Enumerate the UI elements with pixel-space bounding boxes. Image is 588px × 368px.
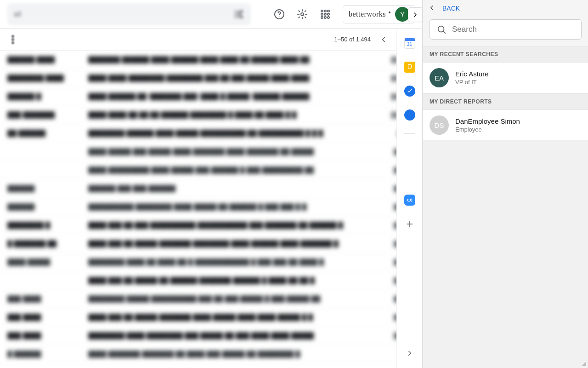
side-rail: 31 bbox=[396, 29, 422, 368]
mail-row[interactable]: ████ █████████████ ████ ██ ████ ██ █ ███… bbox=[0, 253, 422, 271]
mail-row[interactable]: ████ █████████ ████ █████ ███ ██████ █ █… bbox=[0, 161, 422, 179]
tasks-app-icon[interactable] bbox=[404, 86, 415, 97]
person-avatar: EA bbox=[430, 68, 449, 87]
tune-icon[interactable] bbox=[233, 9, 244, 20]
mail-subject: ████ ███ ██ █████ ███████ ████ █████ ███… bbox=[88, 314, 375, 321]
resize-grip-icon[interactable] bbox=[582, 362, 586, 366]
mail-subject: ██████ ███ ███ ██████ bbox=[88, 185, 375, 192]
gear-icon[interactable] bbox=[297, 9, 308, 20]
top-icon-group: betterworks Y bbox=[274, 5, 415, 23]
mail-subject: ██████████ ████████ ████ █████ ██ ██████… bbox=[88, 203, 375, 211]
mail-sender: ███ ████ bbox=[7, 295, 76, 303]
mail-subject: ████ █████ ███ █████ ████ ███████ ████ █… bbox=[88, 148, 375, 155]
chevron-right-icon[interactable] bbox=[408, 7, 423, 22]
mail-row[interactable]: ███ ████████████ ████ ████████ ███ █████… bbox=[0, 327, 422, 345]
mail-row[interactable]: ███ ███████████ ████ ██ ██ ██ ██████ ███… bbox=[0, 106, 422, 124]
panel-back-button[interactable]: BACK bbox=[423, 0, 588, 17]
svg-point-19 bbox=[408, 149, 411, 151]
contacts-app-icon[interactable] bbox=[404, 109, 415, 121]
rail-separator bbox=[404, 133, 415, 134]
person-role: Employee bbox=[455, 126, 520, 133]
mail-subject: ████████ ████ ████████ ███ █████ ██ ███ … bbox=[88, 332, 375, 339]
mail-subject: ████ ███ ██ ███ ██████████ ███████████ █… bbox=[88, 222, 375, 229]
mail-row[interactable]: ██████ ███████████ ██████ ████ ██████ ██… bbox=[0, 51, 422, 69]
svg-point-15 bbox=[12, 35, 14, 37]
svg-rect-22 bbox=[407, 199, 410, 201]
zoom-app-icon[interactable] bbox=[404, 195, 415, 206]
direct-reports-list: DSDanEmployee SimonEmployee bbox=[423, 110, 588, 141]
betterworks-panel: BACK Search MY RECENT SEARCHES EAEric As… bbox=[423, 0, 588, 368]
mail-row[interactable]: ███ ████████ ███ ██ █████ ███████ ████ █… bbox=[0, 308, 422, 327]
calendar-app-icon[interactable]: 31 bbox=[404, 38, 415, 49]
svg-point-12 bbox=[321, 17, 323, 18]
svg-point-7 bbox=[324, 10, 326, 12]
person-name: DanEmployee Simon bbox=[455, 117, 520, 125]
help-icon[interactable] bbox=[274, 9, 285, 20]
person-row[interactable]: DSDanEmployee SimonEmployee bbox=[423, 110, 588, 141]
svg-point-9 bbox=[321, 13, 323, 15]
svg-point-18 bbox=[409, 114, 411, 115]
mail-row[interactable]: ██ ██████████████ ██████ ████ █████ ████… bbox=[0, 124, 422, 143]
mail-row[interactable]: ████████ █████ ███ ██ ███ ██████████ ███… bbox=[0, 216, 422, 235]
mail-row[interactable]: █ ██████████ ███████ ███████ ██ ████ ███… bbox=[0, 345, 422, 363]
svg-point-5 bbox=[301, 13, 304, 16]
mail-subject: ████████ ████ ██ ████ ██ █ ████████████ … bbox=[88, 259, 375, 266]
mail-list[interactable]: ██████ ███████████ ██████ ████ ██████ ██… bbox=[0, 51, 422, 368]
more-vertical-icon[interactable] bbox=[7, 34, 18, 45]
person-row[interactable]: EAEric AstureVP of IT bbox=[423, 63, 588, 93]
mail-subject: ███████ ██████ ████ ██████ ████ ████ ██ … bbox=[88, 56, 375, 63]
mail-row[interactable]: ████████ ████████ ████ ████████ ████████… bbox=[0, 69, 422, 87]
mail-subject: ████ ██████ ██ '███████ ███' ████ █ ████… bbox=[88, 93, 375, 100]
mail-subject: ████ ███ ██ █████ ██ ██████ ███████ ████… bbox=[88, 277, 375, 284]
mail-subject: ████ █████████ ████ █████ ███ ██████ █ █… bbox=[88, 167, 375, 174]
svg-point-21 bbox=[410, 152, 413, 155]
search-box[interactable]: ail bbox=[7, 3, 251, 25]
recent-searches-label: MY RECENT SEARCHES bbox=[423, 46, 588, 63]
svg-point-13 bbox=[324, 17, 326, 18]
mail-sender: █ ███████ ██ bbox=[7, 240, 76, 247]
svg-point-8 bbox=[328, 10, 329, 12]
asana-app-icon[interactable] bbox=[404, 147, 415, 158]
mail-sender: █ ██████ bbox=[7, 351, 76, 358]
mail-row[interactable]: ███ ████████████ █████ ██████████ ███ ██… bbox=[0, 290, 422, 308]
mail-subject: ████████ ██████ ████ █████ ██████████ ██… bbox=[88, 130, 375, 137]
gmail-topbar: ail betterworks Y bbox=[0, 0, 422, 29]
betterworks-logo-text: betterworks bbox=[349, 10, 386, 18]
back-label: BACK bbox=[442, 5, 460, 12]
mail-row[interactable]: ████████████████ ████████ ████ █████ ██ … bbox=[0, 198, 422, 216]
search-icon bbox=[436, 24, 447, 34]
person-role: VP of IT bbox=[455, 79, 489, 86]
prev-page-icon[interactable] bbox=[379, 35, 388, 44]
svg-point-16 bbox=[12, 39, 14, 40]
mail-sender: ███ ████ bbox=[7, 332, 76, 339]
mail-subject: ████ ████ ██ ██ ██ ██████ ████████ █ ███… bbox=[88, 111, 375, 119]
mail-sender: ████ █████ bbox=[7, 259, 76, 266]
svg-point-4 bbox=[279, 16, 279, 17]
svg-point-6 bbox=[321, 10, 323, 12]
person-avatar: DS bbox=[430, 115, 449, 135]
keep-app-icon[interactable] bbox=[404, 62, 415, 73]
mail-row[interactable]: ██████ █████ ██████ ██ '███████ ███' ███… bbox=[0, 87, 422, 106]
pagination-count: 1–50 of 1,494 bbox=[334, 36, 371, 43]
panel-empty-area bbox=[423, 141, 588, 368]
mail-row[interactable]: ████ █████ ███ █████ ████ ███████ ████ █… bbox=[0, 143, 422, 161]
mail-sender: ██████ bbox=[7, 203, 76, 211]
atlassian-app-icon[interactable] bbox=[404, 171, 415, 182]
mail-sender: ███ ███████ bbox=[7, 111, 76, 119]
mail-subject: ████ ███ ██ █████ ███████ ████████ ████ … bbox=[88, 240, 375, 247]
rail-expand-icon[interactable] bbox=[404, 348, 415, 359]
betterworks-chip[interactable]: betterworks Y bbox=[343, 5, 415, 23]
apps-grid-icon[interactable] bbox=[320, 9, 331, 20]
gmail-app: ail betterworks Y bbox=[0, 0, 423, 368]
mail-subject: ████ ████ ████████ ████████ ███ ██ ███ █… bbox=[88, 75, 375, 82]
mail-row[interactable]: █ ███████ ██████ ███ ██ █████ ███████ ██… bbox=[0, 235, 422, 253]
chevron-left-icon bbox=[428, 4, 437, 13]
mail-row[interactable]: ████████████ ███ ███ █████████ ██ bbox=[0, 179, 422, 198]
mail-row[interactable]: ████ ███ ██ █████ ██ ██████ ███████ ████… bbox=[0, 271, 422, 290]
mail-subject: ████ ███████ ███████ ██ ████ ███ █████ █… bbox=[88, 351, 375, 358]
svg-point-2 bbox=[241, 16, 243, 18]
mail-subject: ████████ █████ ██████████ ███ ██ ███ ███… bbox=[88, 295, 375, 303]
add-app-icon[interactable] bbox=[404, 218, 415, 230]
panel-search-input[interactable]: Search bbox=[430, 19, 582, 40]
search-text: ail bbox=[14, 10, 21, 18]
